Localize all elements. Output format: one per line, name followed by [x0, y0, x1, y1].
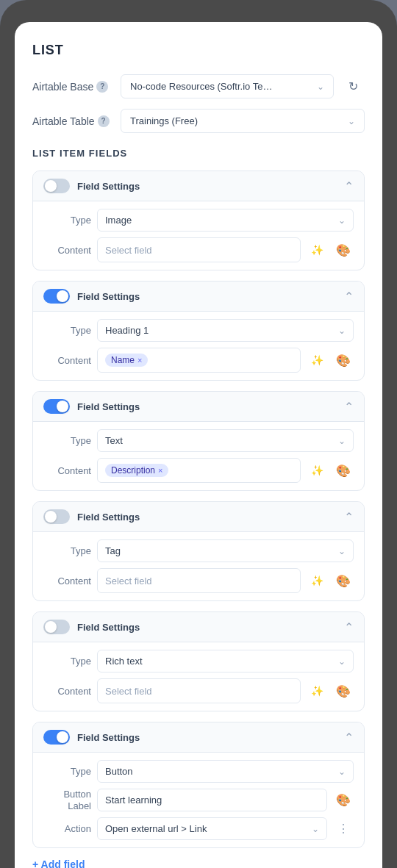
palette-button-2[interactable]: 🎨 [333, 350, 354, 370]
more-options-button[interactable]: ⋮ [333, 819, 354, 839]
action-select[interactable]: Open external url > Link ⌄ [97, 817, 327, 840]
type-value-2: Heading 1 [105, 325, 149, 336]
type-select-3[interactable]: Text ⌄ [97, 429, 354, 452]
help-icon-base[interactable]: ? [96, 81, 108, 93]
tag-remove-description[interactable]: × [158, 466, 162, 475]
collapse-icon-4[interactable]: ⌃ [344, 510, 354, 524]
refresh-button[interactable]: ↻ [341, 75, 365, 98]
tag-remove-name[interactable]: × [137, 356, 142, 365]
field-card-5: Field Settings ⌃ Type Rich text ⌄ Conten… [32, 611, 365, 711]
toggle-knob-6 [57, 731, 68, 743]
airtable-base-value: No-code Resources (Softr.io Temp... [130, 81, 277, 92]
field-card-6: Field Settings ⌃ Type Button ⌄ ButtonLab… [32, 722, 365, 848]
chevron-down-icon: ⌄ [312, 824, 319, 834]
type-row-1: Type Image ⌄ [43, 209, 354, 232]
type-row-6: Type Button ⌄ [43, 760, 354, 783]
type-select-1[interactable]: Image ⌄ [97, 209, 354, 232]
content-label-3: Content [43, 465, 91, 476]
content-select-5[interactable]: Select field [97, 678, 301, 703]
type-row-4: Type Tag ⌄ [43, 539, 354, 562]
toggle-knob-3 [57, 401, 68, 412]
collapse-icon-6[interactable]: ⌃ [344, 731, 354, 745]
field-settings-label-6: Field Settings [77, 732, 140, 743]
content-row-4: Content Select field ✨ 🎨 [43, 568, 354, 593]
field-settings-label-1: Field Settings [77, 181, 140, 192]
type-label-3: Type [43, 435, 91, 446]
content-select-1[interactable]: Select field [97, 237, 301, 262]
field-settings-label-5: Field Settings [77, 622, 140, 633]
collapse-icon-5[interactable]: ⌃ [344, 620, 354, 634]
type-select-4[interactable]: Tag ⌄ [97, 539, 354, 562]
wand-button-2[interactable]: ✨ [307, 350, 327, 370]
collapse-icon-1[interactable]: ⌃ [344, 179, 354, 193]
list-item-fields-title: LIST ITEM FIELDS [32, 148, 365, 159]
type-select-5[interactable]: Rich text ⌄ [97, 650, 354, 672]
field-header-5: Field Settings ⌃ [33, 612, 364, 642]
field-toggle-4[interactable] [43, 509, 70, 524]
field-body-6: Type Button ⌄ ButtonLabel 🎨 Action Open … [33, 753, 364, 847]
wand-button-5[interactable]: ✨ [307, 681, 327, 701]
chevron-down-icon: ⌄ [317, 82, 324, 92]
content-label-1: Content [43, 245, 91, 256]
type-value-6: Button [105, 766, 133, 777]
field-toggle-6[interactable] [43, 730, 70, 745]
palette-button-6[interactable]: 🎨 [333, 790, 354, 811]
type-value-1: Image [105, 215, 132, 226]
field-body-5: Type Rich text ⌄ Content Select field ✨ … [33, 642, 364, 711]
airtable-table-row: Airtable Table ? Trainings (Free) ⌄ [32, 109, 365, 133]
chevron-down-icon: ⌄ [348, 116, 355, 126]
content-placeholder-1: Select field [105, 245, 152, 256]
type-row-5: Type Rich text ⌄ [43, 650, 354, 672]
field-header-left-5: Field Settings [43, 620, 140, 634]
content-placeholder-4: Select field [105, 575, 152, 587]
type-label-5: Type [43, 656, 91, 667]
field-toggle-5[interactable] [43, 620, 70, 634]
type-select-6[interactable]: Button ⌄ [97, 760, 354, 783]
help-icon-table[interactable]: ? [98, 115, 110, 127]
palette-button-4[interactable]: 🎨 [333, 570, 354, 591]
field-header-4: Field Settings ⌃ [33, 502, 364, 532]
button-label-input[interactable] [97, 789, 327, 811]
field-header-left-1: Field Settings [43, 179, 140, 193]
type-value-3: Text [105, 435, 123, 446]
content-row-2: Content Name × ✨ 🎨 [43, 348, 354, 373]
chevron-down-icon: ⌄ [338, 326, 346, 336]
wand-button-3[interactable]: ✨ [307, 460, 327, 481]
add-field-label: + Add field [32, 858, 85, 868]
wand-button-4[interactable]: ✨ [307, 570, 327, 591]
airtable-base-select[interactable]: No-code Resources (Softr.io Temp... ⌄ [121, 74, 334, 98]
content-label-2: Content [43, 355, 91, 366]
chevron-down-icon: ⌄ [338, 546, 346, 556]
airtable-base-label: Airtable Base ? [32, 81, 113, 93]
field-toggle-3[interactable] [43, 399, 70, 414]
wand-button-1[interactable]: ✨ [307, 240, 327, 260]
palette-button-1[interactable]: 🎨 [333, 240, 354, 260]
type-row-3: Type Text ⌄ [43, 429, 354, 452]
field-card-4: Field Settings ⌃ Type Tag ⌄ Content Sele… [32, 501, 365, 601]
content-box-3[interactable]: Description × [97, 458, 301, 483]
field-header-3: Field Settings ⌃ [33, 392, 364, 422]
field-settings-label-3: Field Settings [77, 401, 140, 412]
chevron-down-icon: ⌄ [338, 767, 346, 777]
palette-button-3[interactable]: 🎨 [333, 460, 354, 481]
airtable-table-value: Trainings (Free) [130, 115, 198, 126]
field-header-1: Field Settings ⌃ [33, 171, 364, 201]
type-label-4: Type [43, 545, 91, 556]
field-body-4: Type Tag ⌄ Content Select field ✨ 🎨 [33, 532, 364, 600]
button-label-row: ButtonLabel 🎨 [43, 789, 354, 811]
type-select-2[interactable]: Heading 1 ⌄ [97, 319, 354, 342]
field-toggle-1[interactable] [43, 179, 70, 193]
airtable-table-select[interactable]: Trainings (Free) ⌄ [121, 109, 365, 133]
field-header-2: Field Settings ⌃ [33, 281, 364, 312]
add-field-button[interactable]: + Add field [32, 858, 365, 868]
action-value: Open external url > Link [105, 823, 207, 834]
toggle-knob-4 [45, 511, 57, 523]
content-box-2[interactable]: Name × [97, 348, 301, 373]
palette-button-5[interactable]: 🎨 [333, 681, 354, 701]
field-toggle-2[interactable] [43, 289, 70, 304]
collapse-icon-2[interactable]: ⌃ [344, 290, 354, 304]
page-title: LIST [32, 43, 365, 58]
collapse-icon-3[interactable]: ⌃ [344, 400, 354, 414]
content-select-4[interactable]: Select field [97, 568, 301, 593]
field-settings-label-2: Field Settings [77, 291, 140, 302]
